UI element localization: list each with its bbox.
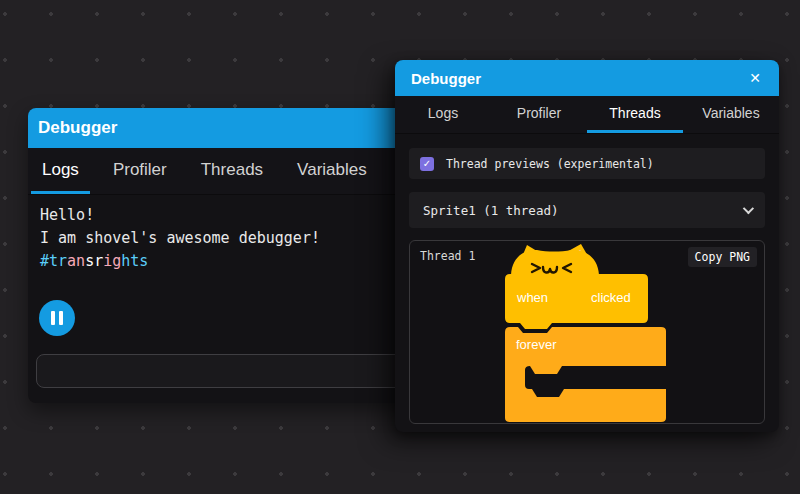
tab-profiler[interactable]: Profiler <box>102 148 178 194</box>
tab-threads[interactable]: Threads <box>190 148 274 194</box>
checkbox-label: Thread previews (experimental) <box>446 157 654 171</box>
hashtag-segment: ig <box>103 252 121 270</box>
tab-variables[interactable]: Variables <box>286 148 378 194</box>
tab-logs[interactable]: Logs <box>395 96 491 133</box>
tab-bar-front: Logs Profiler Threads Variables <box>395 96 779 134</box>
threads-panel: ✓ Thread previews (experimental) Sprite1… <box>395 134 779 432</box>
copy-png-button[interactable]: Copy PNG <box>688 247 757 267</box>
sprite-dropdown-value: Sprite1 (1 thread) <box>423 203 558 218</box>
hat-block-text-after: clicked <box>591 290 631 305</box>
forever-block-text: forever <box>516 337 557 352</box>
hat-block-text-before: when <box>516 290 548 305</box>
thread-preview-box: Thread 1 Copy PNG <box>409 240 765 424</box>
debugger-window-front: Debugger ✕ Logs Profiler Threads Variabl… <box>395 60 779 432</box>
hashtag-segment: sr <box>85 252 103 270</box>
close-icon[interactable]: ✕ <box>745 67 765 89</box>
titlebar-front[interactable]: Debugger ✕ <box>395 60 779 96</box>
tab-variables[interactable]: Variables <box>683 96 779 133</box>
hashtag-segment: hts <box>121 252 148 270</box>
tab-threads[interactable]: Threads <box>587 96 683 133</box>
sprite-dropdown[interactable]: Sprite1 (1 thread) <box>409 192 765 228</box>
hashtag-segment: an <box>67 252 85 270</box>
chevron-down-icon <box>743 203 754 214</box>
pause-icon <box>59 311 63 325</box>
window-title: Debugger <box>411 70 481 87</box>
thread-previews-toggle[interactable]: ✓ Thread previews (experimental) <box>409 148 765 179</box>
tab-profiler[interactable]: Profiler <box>491 96 587 133</box>
hashtag-segment: #tr <box>40 252 67 270</box>
tab-logs[interactable]: Logs <box>31 148 90 194</box>
checkbox-checked-icon[interactable]: ✓ <box>420 157 434 171</box>
pause-icon <box>51 311 55 325</box>
pause-button[interactable] <box>39 300 75 336</box>
thread-label: Thread 1 <box>420 249 475 263</box>
window-title: Debugger <box>38 118 117 138</box>
thread-blocks-preview: when clicked forever <box>503 243 675 424</box>
